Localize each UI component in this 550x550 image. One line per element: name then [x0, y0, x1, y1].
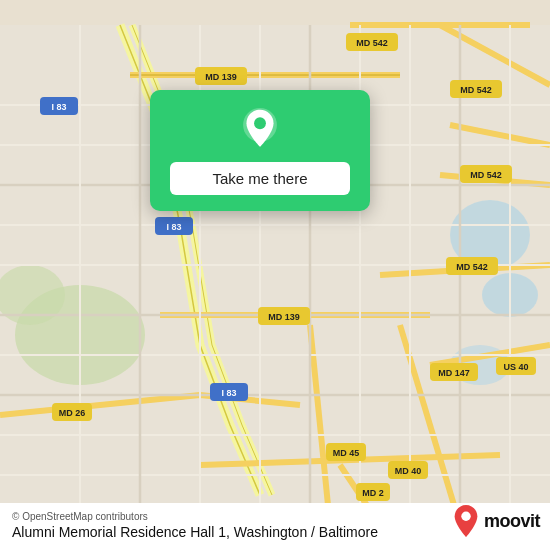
svg-text:I 83: I 83	[166, 222, 181, 232]
svg-text:I 83: I 83	[221, 388, 236, 398]
svg-text:MD 542: MD 542	[456, 262, 488, 272]
svg-text:MD 139: MD 139	[268, 312, 300, 322]
svg-text:MD 542: MD 542	[460, 85, 492, 95]
svg-text:MD 40: MD 40	[395, 466, 422, 476]
svg-point-57	[461, 512, 470, 521]
take-me-there-button[interactable]: Take me there	[170, 162, 350, 195]
location-pin-icon	[238, 108, 282, 152]
map-container: I 83 I 83 I 83 MD 139 MD 139 MD 542 MD 5…	[0, 0, 550, 550]
svg-text:MD 542: MD 542	[356, 38, 388, 48]
svg-point-56	[254, 117, 266, 129]
bottom-bar: © OpenStreetMap contributors Alumni Memo…	[0, 503, 550, 550]
svg-text:US 40: US 40	[503, 362, 528, 372]
svg-text:MD 147: MD 147	[438, 368, 470, 378]
svg-text:I 83: I 83	[51, 102, 66, 112]
svg-text:MD 2: MD 2	[362, 488, 384, 498]
svg-text:MD 139: MD 139	[205, 72, 237, 82]
moovit-brand-name: moovit	[484, 511, 540, 532]
svg-text:MD 26: MD 26	[59, 408, 86, 418]
map-background: I 83 I 83 I 83 MD 139 MD 139 MD 542 MD 5…	[0, 0, 550, 550]
popup-card: Take me there	[150, 90, 370, 211]
svg-text:MD 45: MD 45	[333, 448, 360, 458]
moovit-logo: moovit	[452, 504, 540, 538]
moovit-pin-icon	[452, 504, 480, 538]
svg-text:MD 542: MD 542	[470, 170, 502, 180]
